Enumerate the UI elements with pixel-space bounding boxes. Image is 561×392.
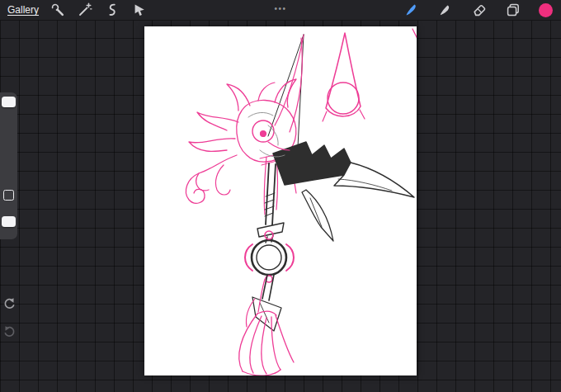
adjustments-button[interactable] — [77, 2, 93, 18]
transform-button[interactable] — [131, 2, 148, 18]
modify-button[interactable] — [3, 190, 14, 201]
color-swatch[interactable] — [539, 3, 553, 17]
right-tool-group — [403, 2, 561, 18]
selection-button[interactable] — [104, 2, 120, 18]
eraser-icon — [471, 2, 488, 18]
opacity-slider-handle[interactable] — [2, 216, 16, 227]
redo-button[interactable] — [2, 325, 16, 339]
sidebar-sliders[interactable] — [0, 92, 17, 239]
undo-button[interactable] — [2, 297, 16, 311]
paint-tool-button[interactable] — [403, 2, 420, 18]
top-toolbar: Gallery — [0, 0, 561, 21]
scythe-sketch-artwork — [144, 26, 417, 375]
s-curve-icon — [104, 2, 120, 18]
wrench-icon — [50, 2, 66, 18]
layers-icon — [505, 2, 521, 18]
magic-wand-icon — [77, 2, 93, 18]
gallery-button[interactable]: Gallery — [7, 4, 39, 16]
undo-icon — [2, 300, 16, 314]
brush-icon — [403, 2, 420, 18]
eraser-tool-button[interactable] — [471, 2, 488, 18]
drawing-canvas[interactable] — [144, 26, 417, 375]
actions-button[interactable] — [50, 2, 66, 18]
arrow-cursor-icon — [131, 2, 148, 18]
layers-button[interactable] — [505, 2, 521, 18]
redo-icon — [2, 328, 16, 342]
canvas-menu-dots[interactable]: ••• — [274, 0, 286, 20]
left-tool-group: Gallery — [0, 2, 148, 18]
smudge-icon — [437, 2, 454, 18]
brush-size-slider-handle[interactable] — [2, 97, 16, 107]
smudge-tool-button[interactable] — [437, 2, 454, 18]
